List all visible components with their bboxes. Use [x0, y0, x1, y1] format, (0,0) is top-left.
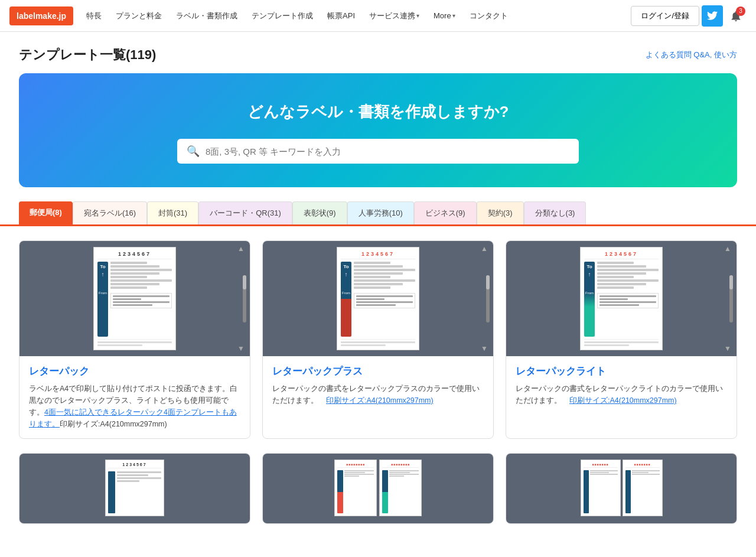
nav-plans[interactable]: プランと料金	[110, 7, 168, 25]
card-desc-letter-pack-plus: レターパックの書式をレターパックプラスのカラーで使用いただけます。 印刷サイズ:…	[272, 383, 484, 406]
page-header: テンプレート一覧(119) よくある質問 Q&A, 使い方	[0, 32, 756, 73]
doc-preview-letter-pack-plus: 1234567 To ↑ From	[337, 247, 419, 350]
card-link-plus[interactable]: 印刷サイズ:A4(210mmx297mm)	[326, 396, 434, 405]
notification-badge: 3	[736, 6, 745, 16]
scroll-up-icon[interactable]: ▲	[481, 245, 488, 253]
card-desc-letter-pack: ラベルをA4で印刷して貼り付けてポストに投函できます。白黒なのでレターパックプラ…	[29, 383, 240, 430]
cards-section: 1234567 To ↑ From	[0, 226, 756, 453]
scroll-bar[interactable]	[243, 275, 246, 323]
card-content-letter-pack: レターパック ラベルをA4で印刷して貼り付けてポストに投函できます。白黒なのでレ…	[19, 356, 250, 438]
tab-postal[interactable]: 郵便局(8)	[19, 201, 73, 224]
search-input[interactable]	[206, 146, 569, 157]
nav-more-label: More	[434, 11, 451, 20]
doc-preview-letter-pack-light: 1234567 To ↑ From	[580, 247, 663, 350]
card-image-letter-pack-plus[interactable]: 1234567 To ↑ From	[263, 241, 493, 356]
nav-template-creation[interactable]: テンプレート作成	[246, 7, 319, 25]
card-bottom-5[interactable]: ■■■■■■■■ ■■■■■■■■	[262, 453, 494, 524]
scroll-up-icon[interactable]: ▲	[237, 245, 245, 253]
scroll-down-icon[interactable]: ▼	[724, 344, 731, 353]
tab-commendation[interactable]: 表彰状(9)	[292, 201, 347, 224]
chevron-down-icon: ▾	[416, 12, 419, 19]
tab-unclassified[interactable]: 分類なし(3)	[524, 201, 586, 224]
scroll-down-icon[interactable]: ▼	[481, 344, 488, 353]
tab-business[interactable]: ビジネス(9)	[414, 201, 477, 224]
search-icon: 🔍	[187, 145, 200, 158]
card-link-light[interactable]: 印刷サイズ:A4(210mmx297mm)	[569, 396, 677, 405]
card-link-letter-pack[interactable]: 4面一気に記入できるレターパック4面テンプレートもあります。	[29, 408, 237, 428]
login-button[interactable]: ログイン/登録	[631, 6, 699, 26]
nav-more-dropdown[interactable]: More ▾	[428, 8, 461, 24]
scroll-bar-light[interactable]	[729, 275, 733, 323]
card-letter-pack-light: 1234567 To ↑ From	[506, 240, 737, 439]
tab-envelope[interactable]: 封筒(31)	[147, 201, 198, 224]
card-bottom-img-5: ■■■■■■■■ ■■■■■■■■	[263, 454, 493, 523]
nav-features[interactable]: 特長	[80, 7, 107, 25]
card-image-letter-pack[interactable]: 1234567 To ↑ From	[19, 241, 250, 356]
tab-contract[interactable]: 契約(3)	[477, 201, 524, 224]
card-bottom-img-4: 1234567	[19, 454, 250, 523]
tab-barcode-qr[interactable]: バーコード・QR(31)	[198, 201, 292, 224]
page-title: テンプレート一覧(119)	[19, 46, 156, 64]
twitter-button[interactable]	[702, 5, 723, 27]
card-bottom-img-6: ■■■■■■■ ■■■■■■■	[506, 454, 737, 523]
navbar: labelmake.jp 特長 プランと料金 ラベル・書類作成 テンプレート作成…	[0, 0, 756, 32]
nav-service-label: サービス連携	[369, 11, 415, 21]
card-content-letter-pack-light: レターパックライト レターパックの書式をレターパックライトのカラーで使用いただけ…	[506, 356, 737, 415]
card-title-letter-pack-plus[interactable]: レターパックプラス	[272, 364, 484, 378]
scroll-bar-plus[interactable]	[486, 275, 490, 323]
card-bottom-4[interactable]: 1234567	[19, 453, 250, 524]
notification-bell[interactable]: 3	[725, 5, 747, 27]
cards-grid: 1234567 To ↑ From	[19, 240, 737, 439]
hero-banner: どんなラベル・書類を作成しますか? 🔍	[19, 73, 737, 187]
twitter-icon	[707, 11, 718, 20]
doc-preview-letter-pack: 1234567 To ↑ From	[93, 247, 176, 350]
card-title-letter-pack-light[interactable]: レターパックライト	[516, 364, 727, 378]
search-container: 🔍	[177, 139, 579, 164]
nav-label-creation[interactable]: ラベル・書類作成	[170, 7, 243, 25]
hero-title: どんなラベル・書類を作成しますか?	[247, 102, 509, 122]
card-bottom-6[interactable]: ■■■■■■■ ■■■■■■■	[506, 453, 737, 524]
chevron-down-icon: ▾	[452, 12, 455, 19]
scroll-up-icon[interactable]: ▲	[724, 245, 731, 253]
card-desc-letter-pack-light: レターパックの書式をレターパックライトのカラーで使用いただけます。 印刷サイズ:…	[516, 383, 727, 406]
card-title-letter-pack[interactable]: レターパック	[29, 364, 240, 378]
card-image-letter-pack-light[interactable]: 1234567 To ↑ From	[506, 241, 737, 356]
card-content-letter-pack-plus: レターパックプラス レターパックの書式をレターパックプラスのカラーで使用いただけ…	[263, 356, 493, 415]
card-letter-pack: 1234567 To ↑ From	[19, 240, 250, 439]
brand-logo[interactable]: labelmake.jp	[9, 6, 73, 25]
tab-hr[interactable]: 人事労務(10)	[347, 201, 414, 224]
scroll-down-icon[interactable]: ▼	[237, 344, 245, 353]
category-tabs: 郵便局(8) 宛名ラベル(16) 封筒(31) バーコード・QR(31) 表彰状…	[0, 187, 756, 226]
tab-address-label[interactable]: 宛名ラベル(16)	[73, 201, 147, 224]
faq-link[interactable]: よくある質問 Q&A, 使い方	[646, 50, 737, 60]
card-letter-pack-plus: 1234567 To ↑ From	[262, 240, 494, 439]
nav-service-dropdown[interactable]: サービス連携 ▾	[363, 7, 425, 25]
cards-bottom-row: 1234567 ■■■■■■■■	[0, 453, 756, 538]
nav-contact[interactable]: コンタクト	[464, 7, 514, 25]
nav-invoice-api[interactable]: 帳票API	[321, 7, 361, 25]
